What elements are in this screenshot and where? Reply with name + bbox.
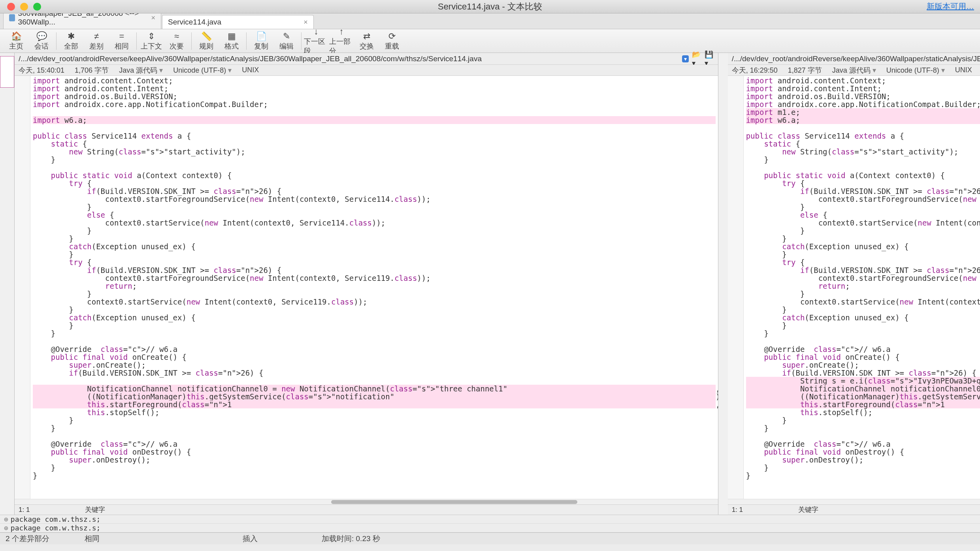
toolbar-label: 复制 [254, 41, 268, 51]
toolbar-重载[interactable]: ⟳重载 [380, 30, 404, 52]
bottom-inputs: ⊕package com.w.thsz.s; ⊕package com.w.th… [0, 515, 980, 532]
toolbar-icon: 📏 [201, 31, 212, 41]
left-gutter [15, 76, 30, 499]
file-path: /.../dev/dev_root/androidReverse/keepAli… [19, 55, 679, 63]
toolbar-icon: 📄 [256, 31, 267, 41]
keyword-label: 关键字 [85, 505, 105, 514]
left-code[interactable]: import android.content.Context; import a… [30, 76, 718, 499]
toolbar-label: 会话 [34, 41, 49, 51]
file-bytes: 1,706 字节 [75, 66, 109, 75]
tabs-bar: 360Wallpaper_JEB_all_206008 <--> 360Wall… [0, 13, 980, 29]
dropdown-icon[interactable]: ▾ [682, 55, 689, 62]
encoding-dropdown[interactable]: Unicode (UTF-8) [886, 66, 945, 75]
toolbar-上下文[interactable]: ⇕上下文 [139, 30, 164, 52]
right-status: 1: 1 关键字 [728, 504, 980, 515]
file-time: 今天, 15:40:01 [19, 66, 64, 75]
toolbar-上一部分[interactable]: ↑上一部分 [329, 30, 354, 52]
eol-label: UNIX [955, 66, 972, 74]
status-bar: 2 个差异部分 相同 插入 加载时间: 0.23 秒 [0, 532, 980, 544]
toolbar-icon: = [119, 31, 124, 41]
toolbar-label: 规则 [199, 41, 213, 51]
right-pane: /.../dev/dev_root/androidReverse/keepAli… [728, 53, 980, 515]
toolbar-会话[interactable]: 💬会话 [29, 30, 54, 52]
language-dropdown[interactable]: Java 源代码 [119, 66, 163, 75]
pin-icon: ⊕ [4, 515, 8, 523]
minimize-window-icon[interactable] [20, 3, 28, 11]
toolbar-label: 相同 [115, 41, 129, 51]
close-icon[interactable]: × [303, 18, 308, 26]
toolbar-格式[interactable]: ▦格式 [219, 30, 244, 52]
left-hscroll[interactable] [15, 499, 718, 504]
toolbar-复制[interactable]: 📄复制 [249, 30, 273, 52]
diff-count: 2 个差异部分 [6, 534, 53, 544]
prompt-text: package com.w.thsz.s; [11, 524, 101, 532]
toolbar-次要[interactable]: ≈次要 [164, 30, 189, 52]
toolbar-交换[interactable]: ⇄交换 [354, 30, 379, 52]
left-meta-bar: 今天, 15:40:01 1,706 字节 Java 源代码 Unicode (… [15, 65, 718, 76]
toolbar-label: 重载 [385, 41, 399, 51]
toolbar-label: 全部 [64, 41, 78, 51]
toolbar-separator [301, 32, 302, 50]
toolbar-separator [56, 32, 57, 50]
toolbar-相同[interactable]: =相同 [109, 30, 134, 52]
prompt-row-1[interactable]: ⊕package com.w.thsz.s; [0, 515, 980, 524]
prompt-row-2[interactable]: ⊕package com.w.thsz.s; [0, 524, 980, 532]
file-path: /.../dev/dev_root/androidReverse/keepAli… [732, 55, 980, 63]
cursor-pos: 1: 1 [19, 506, 30, 514]
right-gutter [728, 76, 744, 499]
close-icon[interactable]: × [151, 14, 155, 22]
toolbar-label: 主页 [9, 41, 23, 51]
toolbar-label: 编辑 [279, 41, 294, 51]
browse-icon[interactable]: 📂▾ [692, 55, 701, 63]
toolbar-icon: ≈ [174, 31, 179, 41]
overview-thumb[interactable] [0, 56, 14, 88]
right-hscroll[interactable] [728, 499, 980, 504]
toolbar-编辑[interactable]: ✎编辑 [274, 30, 299, 52]
toolbar-icon: ≠ [94, 31, 99, 41]
titlebar: Service114.java - 文本比较 新版本可用… [0, 0, 980, 13]
toolbar-separator [136, 32, 137, 50]
right-path-bar: /.../dev/dev_root/androidReverse/keepAli… [728, 53, 980, 65]
toolbar-separator [246, 32, 247, 50]
insert-mode: 插入 [243, 534, 290, 544]
window-title: Service114.java - 文本比较 [438, 1, 542, 13]
file-time: 今天, 16:29:50 [732, 66, 778, 75]
toolbar-label: 格式 [224, 41, 239, 51]
eol-label: UNIX [242, 66, 259, 74]
file-bytes: 1,827 字节 [788, 66, 822, 75]
toolbar-icon: ↓ [314, 26, 318, 37]
save-icon[interactable]: 💾▾ [705, 55, 714, 63]
right-meta-bar: 今天, 16:29:50 1,827 字节 Java 源代码 Unicode (… [728, 65, 980, 76]
left-path-bar: /.../dev/dev_root/androidReverse/keepAli… [15, 53, 718, 65]
toolbar-separator [191, 32, 192, 50]
toolbar-规则[interactable]: 📏规则 [194, 30, 219, 52]
right-code[interactable]: import android.content.Context; import a… [744, 76, 980, 499]
toolbar-icon: ✱ [68, 31, 75, 41]
update-available-link[interactable]: 新版本可用… [927, 1, 974, 12]
toolbar-下一区段[interactable]: ↓下一区段 [304, 30, 328, 52]
compare-icon [9, 14, 15, 21]
toolbar-icon: 💬 [36, 31, 47, 41]
overview-strip[interactable] [0, 53, 15, 515]
cursor-pos: 1: 1 [732, 506, 743, 514]
toolbar-主页[interactable]: 🏠主页 [4, 30, 28, 52]
toolbar-icon: ⟳ [388, 31, 396, 41]
left-pane: /.../dev/dev_root/androidReverse/keepAli… [15, 53, 718, 515]
left-status: 1: 1 关键字 [15, 504, 718, 515]
toolbar-差别[interactable]: ≠差别 [84, 30, 109, 52]
toolbar-label: 次要 [170, 41, 184, 51]
toolbar-label: 交换 [360, 41, 374, 51]
diff-arrow-column [718, 53, 728, 515]
close-window-icon[interactable] [7, 3, 15, 11]
tab-file[interactable]: Service114.java × [162, 15, 314, 29]
toolbar-icon: ↑ [339, 26, 344, 37]
encoding-dropdown[interactable]: Unicode (UTF-8) [173, 66, 232, 75]
prompt-text: package com.w.thsz.s; [11, 515, 101, 523]
toolbar-icon: ▦ [228, 31, 236, 41]
toolbar-icon: ⇄ [363, 31, 370, 41]
pin-icon: ⊕ [4, 524, 8, 532]
toolbar-全部[interactable]: ✱全部 [59, 30, 83, 52]
language-dropdown[interactable]: Java 源代码 [832, 66, 876, 75]
zoom-window-icon[interactable] [33, 3, 41, 11]
keyword-label: 关键字 [798, 505, 818, 514]
